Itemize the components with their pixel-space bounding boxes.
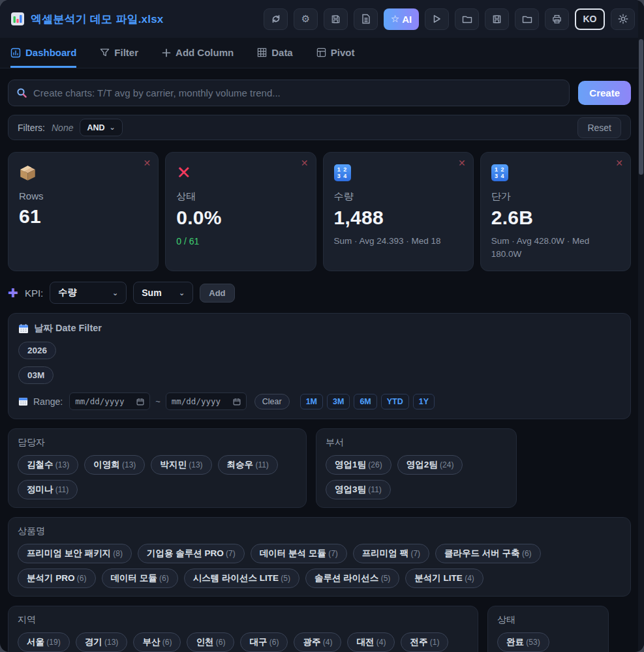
ai-button-label: AI (402, 14, 412, 25)
document-button[interactable] (354, 8, 378, 30)
kpi-add-button[interactable]: Add (200, 284, 234, 303)
print-button[interactable] (545, 8, 569, 30)
chip-count: (7) (326, 549, 338, 558)
run-button[interactable] (425, 8, 449, 30)
tab-add-column[interactable]: Add Column (162, 38, 234, 68)
quick-range-6m[interactable]: 6M (354, 394, 376, 409)
filter-group-region: 지역 서울 (19)경기 (13)부산 (6)인천 (6)대구 (6)광주 (4… (8, 606, 478, 652)
range-end-input[interactable]: mm/dd/yyyy (166, 393, 247, 410)
filter-chip[interactable]: 영업2팀 (24) (397, 455, 463, 475)
document-icon (361, 14, 371, 24)
quick-range-3m[interactable]: 3M (327, 394, 350, 409)
filter-chip[interactable]: 영업3팀 (11) (326, 480, 391, 499)
year-pill[interactable]: 2026 (18, 342, 56, 359)
chip-count: (5) (378, 574, 390, 583)
save-button[interactable] (324, 8, 348, 30)
filter-chip[interactable]: 전주 (1) (401, 632, 448, 652)
dashboard-icon (10, 48, 21, 58)
chip-label: 분석기 LITE (414, 572, 463, 584)
chip-label: 시스템 라이선스 LITE (193, 572, 279, 584)
group-title: 상태 (497, 614, 599, 626)
filter-chip[interactable]: 분석기 PRO (6) (18, 569, 96, 588)
kpi-value: 2.6B (491, 207, 620, 229)
close-icon[interactable]: ✕ (301, 158, 309, 168)
filter-chip[interactable]: 프리미엄 팩 (7) (353, 544, 429, 563)
kpi-field-select[interactable]: 수량 ⌄ (50, 282, 127, 304)
folder-button[interactable] (515, 8, 539, 30)
kpi-substat: 0 / 61 (176, 235, 305, 248)
filter-chip[interactable]: 데이터 분석 모듈 (7) (251, 544, 347, 563)
month-pill[interactable]: 03M (18, 366, 54, 384)
search-box[interactable] (8, 80, 570, 106)
kpi-card-unit-price: ✕ 1 23 4 단가 2.6B Sum · Avg 428.0W · Med … (480, 152, 631, 271)
filter-chip[interactable]: 박지민 (13) (151, 455, 211, 475)
ai-assistant-button[interactable]: ☆ AI (384, 8, 419, 30)
close-icon[interactable]: ✕ (615, 158, 623, 168)
logic-operator-select[interactable]: AND ⌄ (80, 119, 122, 136)
filters-reset-button[interactable]: Reset (577, 117, 621, 138)
filter-chip[interactable]: 데이터 모듈 (6) (102, 569, 178, 588)
filter-chip[interactable]: 광주 (4) (294, 632, 341, 652)
chip-label: 부산 (142, 636, 160, 648)
filter-chip[interactable]: 영업1팀 (26) (326, 455, 391, 475)
chip-count: (13) (187, 460, 203, 469)
filter-chip[interactable]: 정미나 (11) (18, 480, 78, 499)
scrollbar-thumb[interactable] (639, 39, 643, 175)
kpi-value: 1,488 (334, 207, 463, 229)
filter-chip[interactable]: 솔루션 라이선스 (5) (305, 569, 399, 588)
filter-chip[interactable]: 클라우드 서버 구축 (6) (435, 544, 541, 563)
group-title: 부서 (326, 437, 507, 449)
close-icon[interactable]: ✕ (458, 158, 466, 168)
filter-chip[interactable]: 김철수 (13) (18, 455, 78, 475)
filter-chip[interactable]: 최승우 (11) (218, 455, 278, 475)
range-clear-button[interactable]: Clear (254, 394, 290, 409)
open-folder-button[interactable] (455, 8, 479, 30)
tab-dashboard[interactable]: Dashboard (10, 38, 76, 68)
quick-range-1y[interactable]: 1Y (413, 394, 435, 409)
refresh-button[interactable] (264, 8, 288, 30)
create-charts-input[interactable] (33, 87, 561, 98)
tab-pivot[interactable]: Pivot (316, 38, 355, 68)
create-button[interactable]: Create (578, 81, 631, 105)
calendar-picker-icon[interactable] (136, 398, 144, 406)
tab-filter[interactable]: Filter (100, 38, 138, 68)
theme-toggle-button[interactable] (611, 8, 635, 30)
play-icon (433, 14, 441, 23)
kpi-add-bar: ✚ KPI: 수량 ⌄ Sum ⌄ Add (8, 282, 631, 304)
quick-range-1m[interactable]: 1M (300, 394, 323, 409)
filter-chip[interactable]: 완료 (53) (497, 632, 549, 652)
language-toggle-button[interactable]: KO (575, 8, 605, 30)
bar-chart-logo-icon (10, 12, 25, 26)
vertical-scrollbar[interactable] (638, 0, 644, 652)
filter-chip[interactable]: 시스템 라이선스 LITE (5) (184, 569, 299, 588)
range-start-input[interactable]: mm/dd/yyyy (69, 393, 150, 410)
numbers-icon: 1 23 4 (334, 164, 351, 181)
kpi-aggregation-select[interactable]: Sum ⌄ (133, 282, 193, 304)
filter-chip[interactable]: 인천 (6) (187, 632, 234, 652)
settings-button[interactable]: ⚙ (294, 8, 318, 30)
save-as-button[interactable] (485, 8, 509, 30)
filter-chip[interactable]: 이영희 (13) (84, 455, 145, 475)
filter-chip[interactable]: 분석기 LITE (4) (405, 569, 483, 588)
filter-chip[interactable]: 대구 (6) (240, 632, 288, 652)
quick-range-ytd[interactable]: YTD (381, 394, 409, 409)
x-mark-icon: ✕ (176, 164, 191, 182)
filter-chip[interactable]: 부산 (6) (133, 632, 181, 652)
folder-open-icon (522, 14, 532, 23)
filter-chip[interactable]: 경기 (13) (76, 632, 128, 652)
filters-summary-bar: Filters: None AND ⌄ Reset (8, 115, 631, 140)
filter-chip[interactable]: 기업용 솔루션 PRO (7) (138, 544, 245, 563)
calendar-picker-icon[interactable] (233, 398, 241, 406)
filter-chip[interactable]: 프리미엄 보안 패키지 (8) (18, 544, 132, 563)
filter-chip[interactable]: 서울 (19) (18, 632, 70, 652)
chip-count: (11) (253, 460, 269, 469)
filter-chip[interactable]: 대전 (4) (347, 632, 395, 652)
kpi-agg-value: Sum (142, 288, 161, 298)
chip-label: 클라우드 서버 구축 (444, 548, 520, 559)
filter-group-department: 부서 영업1팀 (26)영업2팀 (24)영업3팀 (11) (316, 428, 517, 508)
close-icon[interactable]: ✕ (144, 158, 151, 168)
chip-label: 솔루션 라이선스 (314, 572, 378, 584)
tab-data[interactable]: Data (257, 38, 293, 68)
chip-label: 박지민 (160, 459, 187, 471)
chip-count: (13) (102, 638, 119, 647)
